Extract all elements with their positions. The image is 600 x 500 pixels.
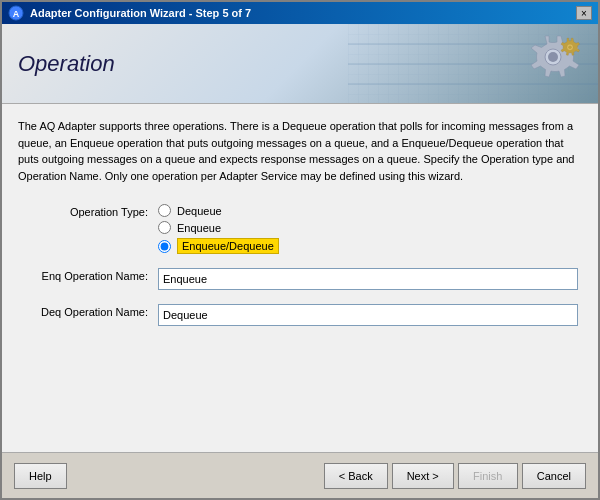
radio-enqueue-dequeue-input[interactable]	[158, 240, 171, 253]
back-button[interactable]: < Back	[324, 463, 388, 489]
enq-operation-row: Enq Operation Name:	[18, 268, 582, 290]
help-button[interactable]: Help	[14, 463, 67, 489]
finish-button[interactable]: Finish	[458, 463, 518, 489]
enq-operation-input[interactable]	[158, 268, 578, 290]
enq-operation-label: Enq Operation Name:	[18, 268, 148, 282]
wizard-window: A Adapter Configuration Wizard - Step 5 …	[0, 0, 600, 500]
cancel-button[interactable]: Cancel	[522, 463, 586, 489]
title-bar: A Adapter Configuration Wizard - Step 5 …	[2, 2, 598, 24]
radio-dequeue-label: Dequeue	[177, 205, 222, 217]
gear-icon	[518, 29, 588, 99]
operation-type-row: Operation Type: Dequeue Enqueue Enqueue/…	[18, 204, 582, 254]
next-button[interactable]: Next >	[392, 463, 454, 489]
svg-point-7	[548, 52, 558, 62]
svg-point-9	[568, 45, 572, 49]
svg-text:A: A	[13, 9, 20, 19]
deq-operation-row: Deq Operation Name:	[18, 304, 582, 326]
operation-type-label: Operation Type:	[18, 204, 148, 218]
footer-right: < Back Next > Finish Cancel	[324, 463, 586, 489]
radio-enqueue-dequeue-label: Enqueue/Dequeue	[177, 238, 279, 254]
footer-left: Help	[14, 463, 67, 489]
radio-enqueue-label: Enqueue	[177, 222, 221, 234]
radio-dequeue-input[interactable]	[158, 204, 171, 217]
page-title: Operation	[18, 51, 115, 77]
window-title: Adapter Configuration Wizard - Step 5 of…	[30, 7, 251, 19]
radio-enqueue-dequeue[interactable]: Enqueue/Dequeue	[158, 238, 279, 254]
description-text: The AQ Adapter supports three operations…	[18, 118, 582, 184]
deq-operation-input[interactable]	[158, 304, 578, 326]
form-section: Operation Type: Dequeue Enqueue Enqueue/…	[18, 204, 582, 326]
radio-enqueue-input[interactable]	[158, 221, 171, 234]
radio-enqueue[interactable]: Enqueue	[158, 221, 279, 234]
window-icon: A	[8, 5, 24, 21]
header-banner: Operation	[2, 24, 598, 104]
close-button[interactable]: ×	[576, 6, 592, 20]
deq-operation-label: Deq Operation Name:	[18, 304, 148, 318]
content-area: The AQ Adapter supports three operations…	[2, 104, 598, 452]
operation-type-radio-group: Dequeue Enqueue Enqueue/Dequeue	[158, 204, 279, 254]
radio-dequeue[interactable]: Dequeue	[158, 204, 279, 217]
footer: Help < Back Next > Finish Cancel	[2, 452, 598, 498]
